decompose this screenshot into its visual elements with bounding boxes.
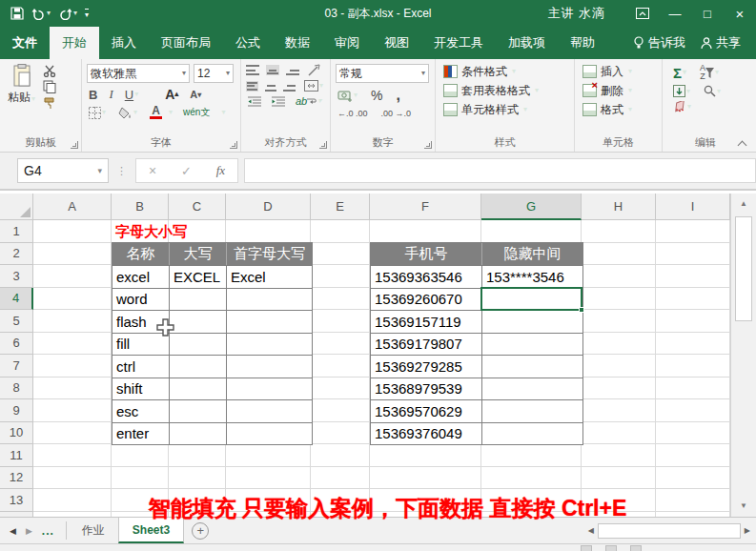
column-header-D[interactable]: D [226, 194, 311, 220]
minimize-button[interactable]: — [659, 0, 691, 27]
paste-button[interactable]: 粘贴▾ [4, 62, 39, 110]
increase-indent-icon[interactable] [270, 96, 287, 107]
orientation-icon[interactable] [306, 64, 322, 76]
conditional-formatting-button[interactable]: 条件格式▾ [443, 62, 570, 81]
table-cell[interactable]: 15368979539 [371, 378, 482, 400]
close-button[interactable]: × [724, 0, 756, 27]
row-header-4[interactable]: 4 [0, 288, 33, 311]
column-header-H[interactable]: H [582, 194, 656, 220]
table-cell[interactable]: 15369279285 [371, 355, 482, 378]
top-align-icon[interactable] [246, 65, 259, 75]
tab-文件[interactable]: 文件 [0, 27, 50, 59]
row-header-10[interactable]: 10 [0, 422, 33, 445]
column-header-I[interactable]: I [656, 194, 730, 220]
tab-开发工具[interactable]: 开发工具 [421, 27, 496, 59]
table-cell[interactable] [227, 310, 312, 333]
table-cell[interactable]: esc [112, 399, 170, 422]
table-cell[interactable]: 15369157119 [371, 310, 482, 333]
table-cell[interactable] [482, 310, 582, 333]
middle-align-icon[interactable] [266, 65, 279, 75]
table-cell[interactable] [170, 399, 227, 422]
row-header-1[interactable]: 1 [0, 220, 33, 243]
row-header-8[interactable]: 8 [0, 378, 33, 400]
insert-cells-button[interactable]: 插入▾ [582, 62, 658, 81]
qat-customize-button[interactable]: ▾ [82, 7, 92, 21]
font-name-select[interactable]: 微软雅黑▾ [87, 64, 190, 83]
sort-filter-button[interactable]: AZ ▾ [698, 64, 721, 81]
number-dialog-launcher[interactable] [424, 141, 432, 149]
table-cell[interactable] [170, 378, 227, 400]
redo-dropdown-caret[interactable]: ▾ [73, 10, 77, 17]
cell-styles-button[interactable]: 单元格样式▾ [443, 100, 570, 119]
increase-decimal-icon[interactable]: ←.0 .00 [336, 109, 370, 118]
column-header-A[interactable]: A [33, 194, 112, 220]
underline-button[interactable]: U▾ [123, 88, 140, 102]
font-size-select[interactable]: 12▾ [194, 64, 234, 83]
row-header-5[interactable]: 5 [0, 310, 33, 333]
table-cell[interactable]: Excel [227, 265, 312, 288]
delete-cells-button[interactable]: 删除▾ [582, 81, 658, 100]
vertical-scrollbar[interactable]: ▲ ▼ [730, 194, 756, 517]
cut-icon[interactable] [43, 65, 56, 77]
decrease-indent-icon[interactable] [246, 96, 263, 107]
table-cell[interactable] [227, 355, 312, 378]
table-cell[interactable] [170, 422, 227, 445]
table-cell[interactable]: word [112, 288, 170, 311]
table-cell[interactable] [482, 355, 582, 378]
tab-页面布局[interactable]: 页面布局 [149, 27, 223, 59]
clear-button[interactable]: ▾ [671, 101, 693, 112]
decrease-font-icon[interactable]: A▾ [188, 89, 203, 100]
enter-icon[interactable]: ✓ [181, 164, 192, 178]
align-left-icon[interactable] [246, 81, 258, 92]
next-sheet-icon[interactable]: ▶ [26, 526, 32, 536]
tab-审阅[interactable]: 审阅 [322, 27, 372, 59]
table-cell[interactable]: 15369260670 [371, 288, 482, 311]
italic-button[interactable]: I [107, 87, 114, 102]
tab-视图[interactable]: 视图 [372, 27, 421, 59]
clipboard-dialog-launcher[interactable] [71, 141, 78, 149]
alignment-dialog-launcher[interactable] [319, 141, 327, 149]
table-cell[interactable] [227, 378, 312, 400]
table-cell[interactable]: ctrl [112, 355, 170, 378]
new-sheet-button[interactable]: + [192, 522, 209, 540]
tab-公式[interactable]: 公式 [223, 27, 273, 59]
column-header-C[interactable]: C [169, 194, 226, 220]
phonetic-guide-icon[interactable]: wén文 [181, 106, 212, 119]
redo-button[interactable]: ▾ [55, 6, 80, 22]
row-header-3[interactable]: 3 [0, 265, 33, 288]
name-box[interactable]: G4▾ [17, 158, 109, 183]
collapse-ribbon-icon[interactable] [738, 139, 746, 148]
merge-center-icon[interactable]: ▾ [302, 80, 325, 92]
table-cell[interactable] [482, 378, 582, 400]
save-icon[interactable] [8, 5, 27, 22]
row-header-6[interactable]: 6 [0, 333, 33, 356]
font-dialog-launcher[interactable] [230, 141, 237, 149]
column-header-B[interactable]: B [112, 194, 169, 220]
bottom-align-icon[interactable] [286, 65, 299, 75]
autosum-button[interactable]: Σ▾ [671, 65, 688, 81]
wrap-text-icon[interactable]: ab ▾ [294, 95, 323, 107]
prev-sheet-icon[interactable]: ◀ [10, 526, 16, 536]
table-cell[interactable]: 153****3546 [482, 265, 582, 288]
hscroll-left-icon[interactable]: ◀ [588, 526, 594, 535]
table-cell[interactable] [227, 288, 312, 311]
table-cell[interactable] [170, 288, 227, 311]
table-cell[interactable]: 15369376049 [371, 422, 482, 445]
undo-button[interactable]: ▾ [29, 6, 53, 22]
row-header-12[interactable]: 12 [0, 467, 33, 490]
horizontal-scroll-thumb[interactable] [598, 523, 741, 539]
table-cell[interactable]: 15369570629 [371, 399, 482, 422]
row-header-2[interactable]: 2 [0, 243, 33, 266]
row-header-11[interactable]: 11 [0, 444, 33, 467]
formula-bar-splitter[interactable]: ⋮ [116, 165, 128, 177]
undo-dropdown-caret[interactable]: ▾ [47, 10, 51, 17]
number-format-select[interactable]: 常规▾ [336, 64, 429, 83]
bold-button[interactable]: B [87, 88, 99, 102]
font-color-icon[interactable]: A [148, 106, 164, 119]
table-cell[interactable]: EXCEL [170, 265, 227, 288]
find-select-button[interactable]: ▾ [702, 85, 723, 97]
tab-开始[interactable]: 开始 [50, 27, 99, 59]
fill-color-icon[interactable]: ▾ [116, 107, 139, 119]
table-cell[interactable] [482, 422, 582, 445]
view-shortcuts[interactable] [581, 545, 642, 551]
